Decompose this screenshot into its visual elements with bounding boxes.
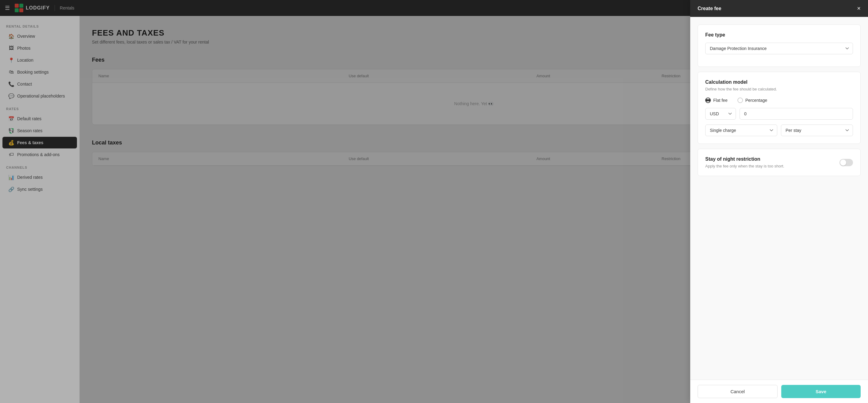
night-restriction-section: Stay of night restriction Apply the fee … [698,149,861,176]
flat-fee-label: Flat fee [713,98,727,103]
night-restriction-toggle[interactable] [839,159,853,166]
fee-type-section: Fee type Damage Protection Insurance Cle… [698,25,861,67]
calculation-section-subtitle: Define how the fee should be calculated. [705,87,853,91]
per-stay-select[interactable]: Per stay Per night Per week [781,124,853,136]
flat-fee-option[interactable]: Flat fee [705,97,727,103]
night-restriction-text: Stay of night restriction Apply the fee … [705,156,784,168]
calculation-radio-group: Flat fee Percentage [705,97,853,103]
modal-close-button[interactable]: × [857,5,861,12]
percentage-label: Percentage [745,98,768,103]
flat-fee-radio[interactable] [705,97,711,103]
fee-type-group: Damage Protection Insurance Cleaning fee… [705,42,853,54]
night-restriction-subtitle: Apply the fee only when the stay is too … [705,164,784,168]
amount-input[interactable] [740,108,853,120]
create-fee-modal: Create fee × Fee type Damage Protection … [690,0,868,403]
percentage-option[interactable]: Percentage [738,97,768,103]
modal-footer: Cancel Save [690,380,868,403]
night-restriction-row: Stay of night restriction Apply the fee … [705,156,853,168]
amount-row: USD EUR GBP [705,108,853,120]
modal-header: Create fee × [690,0,868,17]
toggle-knob [840,160,846,166]
currency-select[interactable]: USD EUR GBP [705,108,736,120]
percentage-radio[interactable] [738,97,743,103]
modal-title: Create fee [698,6,721,11]
modal-body: Fee type Damage Protection Insurance Cle… [690,17,868,380]
charge-type-select[interactable]: Single charge Per night Per person [705,124,777,136]
charge-type-row: Single charge Per night Per person Per s… [705,124,853,136]
calculation-section-title: Calculation model [705,80,853,85]
night-restriction-title: Stay of night restriction [705,156,784,162]
save-button[interactable]: Save [781,385,861,398]
fee-type-label: Fee type [705,32,853,38]
fee-type-select[interactable]: Damage Protection Insurance Cleaning fee… [705,42,853,54]
calculation-section: Calculation model Define how the fee sho… [698,72,861,144]
cancel-button[interactable]: Cancel [698,385,778,398]
